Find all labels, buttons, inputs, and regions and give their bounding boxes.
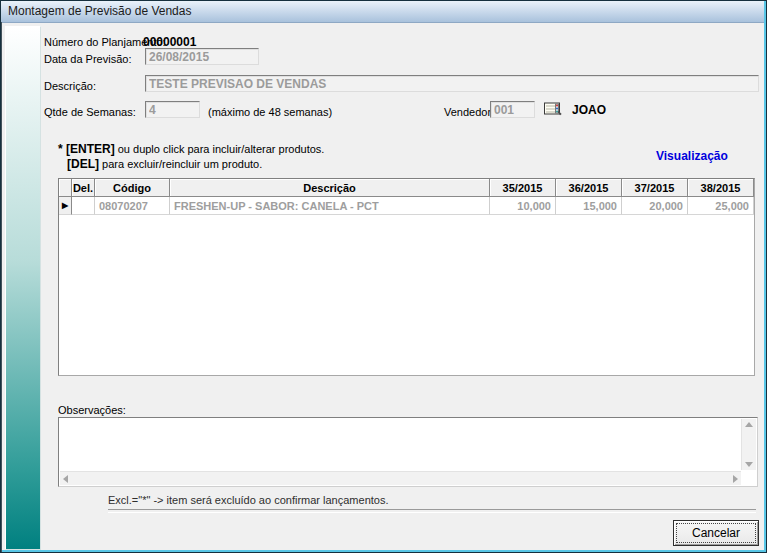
exclusion-note: Excl.="*" -> item será excluído ao confi… xyxy=(108,494,388,506)
observations-horizontal-scrollbar[interactable] xyxy=(60,471,741,485)
window-border-left xyxy=(1,22,2,552)
grid-header-week-35[interactable]: 35/2015 xyxy=(490,179,556,197)
grid-header-week-36[interactable]: 36/2015 xyxy=(556,179,622,197)
description-input[interactable] xyxy=(145,75,759,92)
instruction-line-2: [DEL] para excluir/reincluir um produto. xyxy=(67,157,262,171)
cancel-button-label: Cancelar xyxy=(692,526,740,540)
scroll-down-icon[interactable] xyxy=(745,462,753,467)
description-label: Descrição: xyxy=(44,80,96,92)
scroll-left-icon[interactable] xyxy=(63,475,68,483)
observations-box xyxy=(58,417,758,487)
instruction-line-1: * [ENTER] ou duplo click para incluir/al… xyxy=(58,142,324,156)
seller-label: Vendedor: xyxy=(444,106,494,118)
plan-number-value: 00000001 xyxy=(143,35,196,49)
grid-header-week-38[interactable]: 38/2015 xyxy=(688,179,754,197)
weeks-qty-input[interactable] xyxy=(145,101,200,118)
cell-week-37: 20,000 xyxy=(622,197,688,215)
cell-del xyxy=(72,197,95,215)
window-border-glow-right xyxy=(764,1,766,552)
cell-week-36: 15,000 xyxy=(556,197,622,215)
visualization-link[interactable]: Visualização xyxy=(656,149,728,163)
cell-codigo: 08070207 xyxy=(95,197,170,215)
scroll-up-icon[interactable] xyxy=(745,422,753,427)
grid-header-codigo[interactable]: Código xyxy=(95,179,170,197)
seller-code-input[interactable] xyxy=(490,101,535,118)
teal-gradient-strip xyxy=(5,26,41,550)
grid-header-del[interactable]: Del. xyxy=(72,179,95,197)
cancel-button[interactable]: Cancelar xyxy=(673,520,759,546)
seller-lookup-icon[interactable] xyxy=(543,100,563,117)
forecast-date-label: Data da Previsão: xyxy=(44,53,131,65)
app-window: Montagem de Previsão de Vendas Número do… xyxy=(0,0,767,553)
observations-vertical-scrollbar[interactable] xyxy=(741,419,756,470)
weeks-max-hint: (máximo de 48 semanas) xyxy=(208,106,332,118)
seller-name-value: JOAO xyxy=(572,103,606,117)
observations-label: Observações: xyxy=(58,404,126,416)
current-row-marker: ▶ xyxy=(59,197,72,215)
cell-week-35: 10,000 xyxy=(490,197,556,215)
cell-week-38: 25,000 xyxy=(688,197,754,215)
table-row[interactable]: ▶ 08070207 FRESHEN-UP - SABOR: CANELA - … xyxy=(59,197,754,215)
window-title: Montagem de Previsão de Vendas xyxy=(8,1,191,22)
products-grid[interactable]: Del. Código Descrição 35/2015 36/2015 37… xyxy=(58,178,755,376)
weeks-qty-label: Qtde de Semanas: xyxy=(44,106,136,118)
window-border-glow-bottom xyxy=(1,550,766,552)
grid-header-descricao[interactable]: Descrição xyxy=(170,179,490,197)
footer-divider xyxy=(108,509,756,513)
scroll-right-icon[interactable] xyxy=(733,475,738,483)
instruction-del-key: [DEL] xyxy=(67,157,99,171)
title-bar[interactable]: Montagem de Previsão de Vendas xyxy=(1,1,766,23)
instruction-line-2-text: para excluir/reincluir um produto. xyxy=(99,158,262,170)
instruction-enter-key: * [ENTER] xyxy=(58,142,115,156)
grid-header-row: Del. Código Descrição 35/2015 36/2015 37… xyxy=(59,179,754,197)
observations-input[interactable] xyxy=(60,419,740,470)
grid-header-week-37[interactable]: 37/2015 xyxy=(622,179,688,197)
lookup-grid-glyph xyxy=(543,100,563,117)
instruction-line-1-text: ou duplo click para incluir/alterar prod… xyxy=(115,143,325,155)
forecast-date-input[interactable] xyxy=(145,48,259,65)
cell-descricao: FRESHEN-UP - SABOR: CANELA - PCT xyxy=(170,197,490,215)
grid-header-indicator xyxy=(59,179,72,197)
